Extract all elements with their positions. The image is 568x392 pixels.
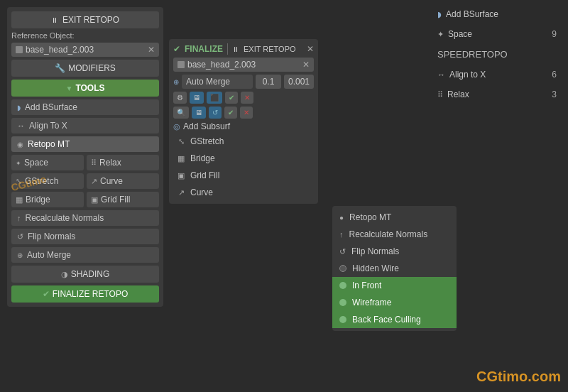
exit-retopo-label: EXIT RETOPO: [62, 15, 119, 25]
check-btn[interactable]: ✔: [225, 92, 238, 104]
settings-icon-btn[interactable]: ⚙: [173, 92, 187, 104]
rt-relax[interactable]: ⠿ Relax 3: [433, 87, 561, 102]
rt-align-label: Align to X: [449, 70, 486, 80]
display2-icon-btn[interactable]: 🖥: [192, 107, 206, 119]
display-icon-btn[interactable]: 🖥: [190, 92, 204, 104]
search-icon-btn[interactable]: 🔍: [173, 107, 189, 119]
tools-button[interactable]: ▼ TOOLS: [11, 80, 159, 97]
check-btn2[interactable]: ✔: [224, 107, 237, 119]
x-btn[interactable]: ✕: [241, 92, 253, 104]
center-reference-row[interactable]: base_head_2.003 ✕: [173, 58, 314, 72]
retopo-mt-item[interactable]: ◉ Retopo MT: [11, 136, 159, 152]
dropdown-hidden-wire-label: Hidden Wire: [352, 263, 399, 273]
menu-grid-fill-label: Grid Fill: [190, 170, 219, 180]
center-finalize-label: FINALIZE: [185, 44, 223, 54]
active-btn1[interactable]: ⬛: [207, 92, 222, 104]
dropdown-back-face-culling[interactable]: Back Face Culling: [332, 311, 457, 328]
menu-curve[interactable]: ↗ Curve: [173, 185, 314, 200]
retopo-mt-dot: ●: [339, 214, 344, 222]
shading-label: SHADING: [71, 269, 110, 279]
bridge-label: Bridge: [26, 195, 50, 205]
flip-normals-icon: [17, 232, 23, 241]
auto-merge-label-box[interactable]: Auto Merge: [182, 75, 253, 89]
menu-curve-label: Curve: [190, 187, 213, 197]
menu-bridge[interactable]: ▦ Bridge: [173, 151, 314, 165]
center-exit-label: EXIT RETOPO: [244, 45, 296, 53]
triangle-icon: ▼: [65, 85, 72, 92]
center-pause-icon: ⏸: [232, 45, 239, 53]
dropdown-retopo-mt[interactable]: ● Retopo MT: [332, 209, 457, 226]
bridge-icon: [16, 195, 23, 205]
flip-normals-item[interactable]: Flip Normals: [11, 229, 159, 244]
exit-retopo-button[interactable]: EXIT RETOPO: [11, 11, 159, 28]
menu-grid-fill[interactable]: ▣ Grid Fill: [173, 168, 314, 183]
dropdown-wireframe[interactable]: Wireframe: [332, 294, 457, 311]
rt-space[interactable]: ✦ Space 9: [433, 27, 561, 41]
add-bsurface-label: Add BSurface: [25, 102, 77, 112]
modifiers-button[interactable]: 🔧 MODIFIERS: [11, 60, 159, 77]
rt-bsurface-label: Add BSurface: [446, 9, 498, 19]
dropdown-in-front[interactable]: In Front: [332, 277, 457, 294]
modifiers-label: MODIFIERS: [68, 63, 116, 73]
bridge-item[interactable]: Bridge: [11, 192, 84, 207]
dropdown-flip-normals[interactable]: ↺ Flip Normals: [332, 243, 457, 260]
dropdown-back-face-culling-label: Back Face Culling: [352, 315, 421, 325]
retopo-icon: ◉: [17, 141, 23, 148]
wrench-icon: 🔧: [55, 63, 65, 73]
flip-normals-dropdown-icon: ↺: [339, 247, 346, 256]
watermark-right: CGtimo.com: [476, 369, 561, 385]
rt-relax-icon: ⠿: [437, 90, 443, 99]
finalize-retopo-button[interactable]: ✔ FINALIZE RETOPO: [11, 285, 159, 303]
center-panel: ✔ FINALIZE ⏸ EXIT RETOPO ✕ base_head_2.0…: [169, 39, 318, 204]
recalculate-normals-item[interactable]: Recalculate Normals: [11, 210, 159, 226]
reference-label: Reference Object:: [11, 31, 75, 40]
pause-icon: [51, 15, 58, 25]
dropdown-hidden-wire[interactable]: Hidden Wire: [332, 260, 457, 277]
dropdown-in-front-label: In Front: [352, 281, 381, 290]
align-to-x-label: Align To X: [29, 121, 67, 131]
rt-add-bsurface[interactable]: ◗ Add BSurface: [433, 7, 561, 21]
x-btn2[interactable]: ✕: [240, 107, 253, 119]
curve-item[interactable]: Curve: [87, 173, 159, 189]
merge-icon: [17, 250, 23, 260]
bridge-menu-icon: ▦: [176, 154, 186, 163]
finalize-check-icon: ✔: [43, 289, 50, 299]
auto-merge-row: ⊕ Auto Merge 0.1 0.001: [173, 75, 314, 89]
rotate-icon-btn[interactable]: ↺: [209, 107, 222, 119]
rt-space-label: Space: [448, 29, 472, 39]
rt-relax-num: 3: [552, 89, 557, 99]
menu-gstretch[interactable]: ⤡ GStretch: [173, 134, 314, 148]
gstretch-item[interactable]: GStretch: [11, 173, 84, 189]
center-check-icon: ✔: [173, 44, 180, 54]
merge-val1[interactable]: 0.1: [256, 75, 281, 89]
merge-val2[interactable]: 0.001: [284, 75, 314, 89]
center-close-icon[interactable]: ✕: [307, 44, 314, 54]
flip-normals-label: Flip Normals: [28, 232, 75, 241]
auto-merge-item[interactable]: Auto Merge: [11, 247, 159, 263]
center-ref-close-icon[interactable]: ✕: [302, 60, 310, 70]
relax-item[interactable]: Relax: [87, 155, 159, 170]
menu-gstretch-label: GStretch: [190, 136, 224, 146]
dropdown-flip-normals-label: Flip Normals: [351, 246, 399, 256]
separator: [227, 43, 228, 55]
reference-object-box[interactable]: base_head_2.003 ✕: [11, 43, 159, 57]
bridge-gridfill-row: Bridge Grid Fill: [11, 192, 159, 207]
space-item[interactable]: Space: [11, 155, 84, 170]
align-to-x-item[interactable]: Align To X: [11, 118, 159, 134]
add-subsurf-row[interactable]: ◎ Add Subsurf: [173, 121, 314, 131]
bsurface-icon: [17, 102, 21, 112]
add-bsurface-item[interactable]: Add BSurface: [11, 99, 159, 115]
right-dropdown-panel: ● Retopo MT ↑ Recalculate Normals ↺ Flip…: [332, 206, 457, 331]
dropdown-recalculate[interactable]: ↑ Recalculate Normals: [332, 226, 457, 243]
dropdown-retopo-mt-label: Retopo MT: [349, 212, 391, 222]
rt-align-to-x[interactable]: ↔ Align to X 6: [433, 67, 561, 82]
align-icon: [17, 121, 25, 131]
rt-space-icon: ✦: [437, 30, 444, 39]
speedretopo-label: SPEEDRETOPO: [433, 47, 561, 62]
rt-bsurface-icon: ◗: [437, 10, 442, 19]
reference-close-icon[interactable]: ✕: [148, 45, 155, 55]
grid-fill-item[interactable]: Grid Fill: [87, 192, 159, 207]
curve-menu-icon: ↗: [176, 188, 186, 197]
space-label: Space: [24, 158, 48, 168]
shading-button[interactable]: SHADING: [11, 266, 159, 283]
